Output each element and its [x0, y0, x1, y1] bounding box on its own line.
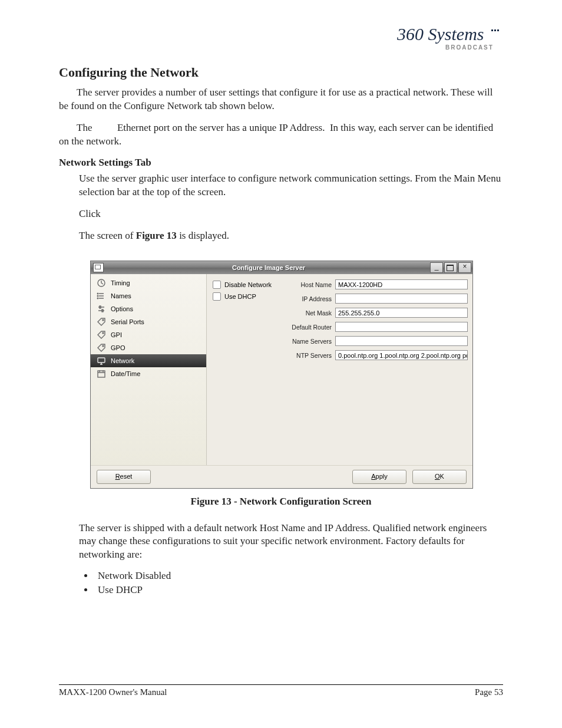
sidebar-item-label: GPO — [111, 344, 125, 351]
field-label: Host Name — [283, 281, 335, 288]
window-close-button[interactable]: × — [458, 262, 471, 273]
name-servers-input[interactable] — [335, 336, 468, 346]
sidebar-item-label: Names — [111, 292, 131, 299]
svg-rect-3 — [497, 29, 499, 31]
svg-rect-1 — [491, 29, 493, 31]
dialog-content: Disable Network Use DHCP Host Name MAXX-… — [207, 274, 472, 465]
svg-point-7 — [97, 295, 98, 297]
reset-button[interactable]: Reset — [97, 470, 151, 484]
dialog-title: Configure Image Server — [107, 264, 430, 271]
field-label: Net Mask — [283, 309, 335, 317]
subheading: Network Settings Tab — [59, 157, 503, 169]
page-footer: MAXX-1200 Owner's Manual Page 53 — [59, 684, 503, 697]
figure-dialog: Configure Image Server _ × TimingNamesOp… — [90, 261, 472, 489]
default-router-input[interactable] — [335, 322, 468, 332]
checkbox-icon — [213, 292, 221, 301]
paragraph: Click — [79, 207, 503, 221]
sidebar-item-label: Network — [111, 357, 134, 364]
section-title: Configuring the Network — [59, 65, 503, 80]
svg-point-8 — [97, 298, 98, 299]
checkbox-label: Use DHCP — [224, 293, 256, 300]
paragraph: Use the server graphic user interface to… — [79, 172, 503, 199]
figure-caption: Figure 13 - Network Configuration Screen — [59, 496, 503, 508]
ip-address-input[interactable] — [335, 294, 468, 304]
paragraph: The server is shipped with a default net… — [79, 522, 503, 562]
apply-button[interactable]: Apply — [352, 470, 406, 484]
sidebar-item-serial-ports[interactable]: Serial Ports — [91, 315, 206, 328]
dialog-sidebar: TimingNamesOptionsSerial PortsGPIGPONetw… — [91, 274, 207, 465]
tag-icon — [97, 330, 106, 340]
list-item: Use DHCP — [94, 584, 503, 596]
svg-point-6 — [97, 293, 98, 294]
checkbox-icon — [213, 281, 221, 289]
sidebar-item-gpo[interactable]: GPO — [91, 341, 206, 354]
bullet-list: Network DisabledUse DHCP — [94, 570, 503, 596]
list-icon — [97, 291, 106, 301]
tag-icon — [97, 343, 106, 353]
brand-logo: 360 Systems BROADCAST — [59, 24, 503, 59]
window-app-icon — [93, 263, 104, 272]
paragraph: The screen of Figure 13 is displayed. — [79, 229, 503, 243]
window-maximize-button[interactable] — [444, 262, 457, 273]
list-item: Network Disabled — [94, 570, 503, 582]
field-label: NTP Servers — [283, 352, 335, 359]
field-label: IP Address — [283, 295, 335, 302]
svg-point-12 — [103, 332, 104, 334]
clock-icon — [97, 278, 106, 288]
ntp-servers-input[interactable]: 0.pool.ntp.org 1.pool.ntp.org 2.pool.ntp… — [335, 350, 468, 360]
dialog-titlebar[interactable]: Configure Image Server _ × — [91, 261, 472, 274]
sidebar-item-label: Date/Time — [111, 370, 140, 377]
paragraph: The server provides a number of user set… — [59, 86, 503, 113]
sidebar-item-date-time[interactable]: Date/Time — [91, 367, 206, 380]
calendar-icon — [97, 369, 106, 378]
checkbox-label: Disable Network — [224, 281, 272, 288]
svg-rect-14 — [98, 358, 105, 363]
svg-rect-15 — [98, 371, 105, 377]
sidebar-item-label: Timing — [111, 279, 130, 286]
sidebar-item-label: GPI — [111, 331, 122, 338]
monitor-icon — [97, 356, 106, 365]
footer-left: MAXX-1200 Owner's Manual — [59, 687, 167, 697]
footer-page-number: Page 53 — [475, 687, 503, 697]
net-mask-input[interactable]: 255.255.255.0 — [335, 308, 468, 318]
svg-text:BROADCAST: BROADCAST — [445, 44, 494, 51]
sidebar-item-gpi[interactable]: GPI — [91, 328, 206, 341]
tag-icon — [97, 317, 106, 327]
sidebar-item-names[interactable]: Names — [91, 289, 206, 302]
host-name-input[interactable]: MAXX-1200HD — [335, 279, 468, 289]
ok-button[interactable]: OK — [412, 470, 467, 484]
sidebar-item-label: Options — [111, 305, 133, 312]
field-label: Default Router — [283, 324, 335, 331]
sidebar-item-network[interactable]: Network — [91, 354, 206, 367]
window-minimize-button[interactable]: _ — [430, 262, 443, 273]
sidebar-item-label: Serial Ports — [111, 318, 144, 325]
svg-point-11 — [103, 319, 104, 321]
svg-text:360 Systems: 360 Systems — [397, 24, 484, 44]
svg-point-13 — [103, 345, 104, 347]
sidebar-item-options[interactable]: Options — [91, 302, 206, 315]
sliders-icon — [97, 304, 106, 314]
svg-rect-2 — [494, 29, 496, 31]
paragraph: The Ethernet port on the server has a un… — [59, 121, 503, 149]
field-label: Name Servers — [283, 338, 335, 345]
sidebar-item-timing[interactable]: Timing — [91, 276, 206, 289]
